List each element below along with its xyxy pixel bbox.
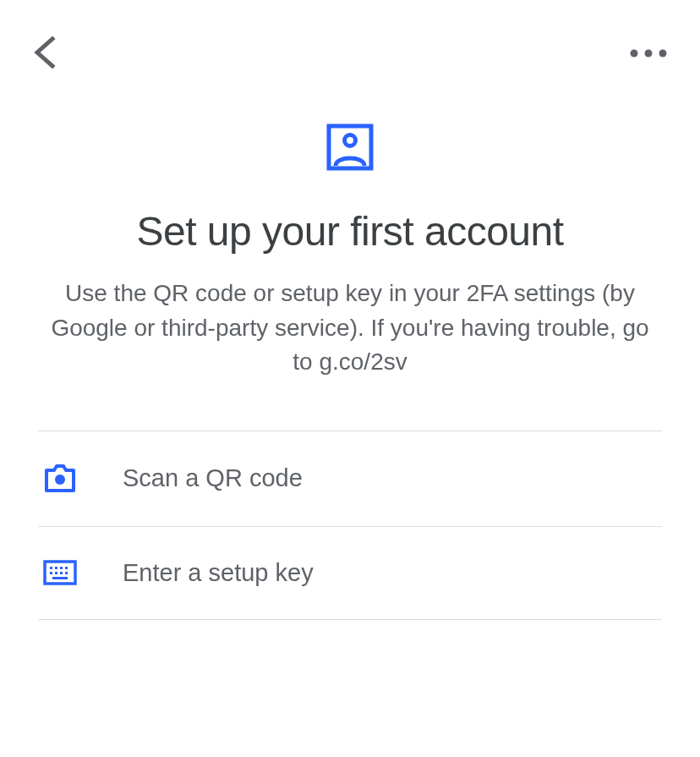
top-bar [0, 0, 700, 73]
page-title: Set up your first account [38, 208, 662, 255]
svg-rect-9 [60, 567, 63, 569]
svg-point-4 [345, 135, 356, 146]
back-button[interactable] [30, 36, 61, 73]
svg-point-2 [659, 50, 667, 58]
chevron-left-icon [30, 58, 61, 72]
svg-rect-12 [55, 572, 57, 574]
enter-key-option[interactable]: Enter a setup key [38, 526, 662, 620]
svg-point-1 [645, 50, 653, 58]
main-content: Set up your first account Use the QR cod… [0, 73, 700, 620]
more-button[interactable] [627, 47, 670, 62]
svg-rect-15 [52, 577, 68, 579]
more-horizontal-icon [627, 47, 670, 61]
svg-rect-14 [65, 572, 68, 574]
hero-section: Set up your first account Use the QR cod… [38, 123, 662, 431]
enter-key-label: Enter a setup key [123, 559, 314, 587]
svg-rect-11 [50, 572, 52, 574]
keyboard-icon [43, 560, 77, 585]
scan-qr-option[interactable]: Scan a QR code [38, 431, 662, 526]
camera-icon [43, 464, 77, 494]
svg-rect-8 [55, 567, 57, 569]
svg-point-0 [631, 50, 638, 58]
svg-rect-7 [50, 567, 52, 569]
svg-rect-13 [60, 572, 63, 574]
page-subtitle: Use the QR code or setup key in your 2FA… [38, 277, 662, 380]
scan-qr-label: Scan a QR code [123, 464, 303, 492]
svg-point-5 [55, 474, 65, 485]
svg-rect-10 [65, 567, 68, 569]
account-icon [326, 123, 374, 174]
